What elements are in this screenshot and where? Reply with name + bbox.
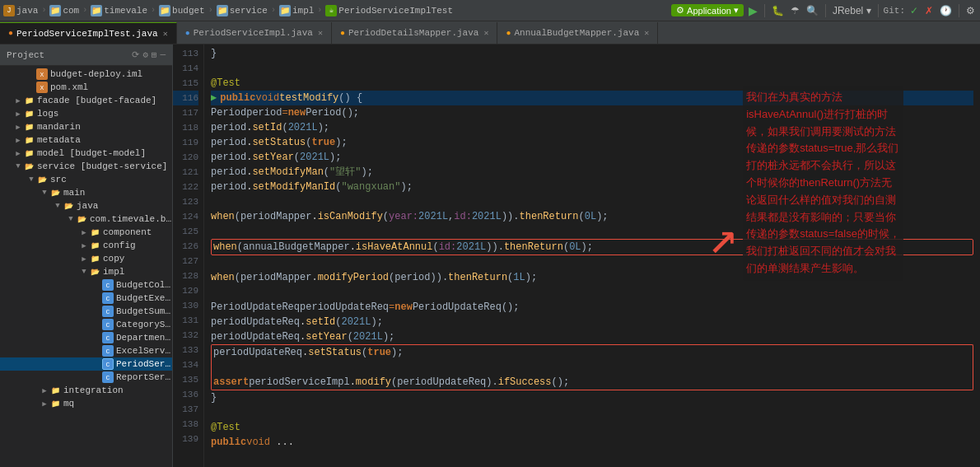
jrebel-button[interactable]: JRebel ▾ bbox=[831, 5, 873, 16]
tab-dot-2: ● bbox=[340, 29, 345, 38]
sidebar-item-java[interactable]: ▼ 📂 java bbox=[0, 199, 172, 212]
code-line bbox=[211, 285, 973, 300]
class-icon: C bbox=[102, 306, 114, 317]
git-x-button[interactable]: ✗ bbox=[923, 5, 935, 16]
line-number: 117 bbox=[173, 105, 198, 120]
annotation-arrow-icon: ↗ bbox=[708, 86, 738, 281]
tab-period-details-mapper[interactable]: ● PeriodDetailsMapper.java ✕ bbox=[332, 22, 497, 44]
sidebar-item-mandarin[interactable]: ▶ 📁 mandarin bbox=[0, 120, 172, 133]
chevron-right-icon: ▶ bbox=[13, 96, 23, 105]
breadcrumb-java[interactable]: J java bbox=[3, 5, 38, 16]
debug-button[interactable]: 🐛 bbox=[770, 5, 786, 16]
folder-icon: 📁 bbox=[49, 385, 61, 396]
breadcrumb-budget[interactable]: 📁 budget bbox=[159, 5, 205, 16]
line-number: 132 bbox=[173, 328, 198, 343]
sidebar-item-period-service[interactable]: C PeriodServiceImpl bbox=[0, 357, 172, 371]
folder-open-icon: 📂 bbox=[36, 174, 48, 185]
sidebar: Project ⟳ ⚙ ⊞ — X budget-deploy.iml bbox=[0, 44, 173, 467]
tab-dot-3: ● bbox=[506, 29, 511, 38]
git-check-button[interactable]: ✓ bbox=[908, 5, 920, 16]
sidebar-item-logs[interactable]: ▶ 📁 logs bbox=[0, 107, 172, 120]
tab-annual-budget-mapper[interactable]: ● AnnualBudgetMapper.java ✕ bbox=[497, 22, 658, 44]
chevron-right-icon: ▶ bbox=[13, 136, 23, 145]
breadcrumb-impl[interactable]: 📁 impl bbox=[279, 5, 314, 16]
tab-close-1[interactable]: ✕ bbox=[318, 28, 323, 38]
sidebar-item-budget-collect[interactable]: C BudgetCollectServic... bbox=[0, 278, 172, 292]
search-button[interactable]: 🔍 bbox=[805, 5, 820, 16]
folder-icon: 📁 bbox=[159, 5, 170, 16]
tab-close-3[interactable]: ✕ bbox=[644, 28, 649, 38]
app-icon: ⚙ bbox=[676, 5, 684, 16]
sidebar-item-service[interactable]: ▼ 📂 service [budget-service] bbox=[0, 160, 172, 173]
sidebar-item-copy[interactable]: ▶ 📁 copy bbox=[0, 252, 172, 265]
sidebar-item-facade[interactable]: ▶ 📁 facade [budget-facade] bbox=[0, 94, 172, 107]
folder-open-icon: 📂 bbox=[23, 161, 35, 172]
tab-close-0[interactable]: ✕ bbox=[163, 29, 168, 39]
tab-period-service-impl[interactable]: ● PeriodServiceImpl.java ✕ bbox=[177, 22, 332, 44]
code-line bbox=[211, 61, 973, 76]
settings-button[interactable]: ⚙ bbox=[964, 5, 977, 16]
sidebar-item-report[interactable]: C ReportServiceImpl bbox=[0, 371, 172, 384]
sidebar-item-budget-deploy[interactable]: X budget-deploy.iml bbox=[0, 68, 172, 81]
chevron-right-icon: ▶ bbox=[79, 255, 89, 264]
sidebar-item-pom[interactable]: X pom.xml bbox=[0, 81, 172, 94]
separator3 bbox=[878, 4, 879, 17]
gear-icon[interactable]: ⚙ bbox=[142, 49, 148, 60]
folder-icon: 📁 bbox=[23, 121, 35, 133]
line-number: 115 bbox=[173, 76, 198, 91]
separator4 bbox=[959, 4, 959, 17]
clock-button[interactable]: 🕐 bbox=[938, 5, 954, 16]
application-button[interactable]: ⚙ Application ▾ bbox=[671, 4, 744, 16]
sidebar-item-budget-execution[interactable]: C BudgetExecutionSer... bbox=[0, 292, 172, 305]
sidebar-item-com-timevale[interactable]: ▼ 📂 com.timevale.budget.servi... bbox=[0, 212, 172, 226]
sidebar-item-src[interactable]: ▼ 📂 src bbox=[0, 173, 172, 186]
breadcrumb-com[interactable]: 📁 com bbox=[49, 5, 79, 16]
sidebar-item-budget-summary[interactable]: C BudgetSummarySer... bbox=[0, 305, 172, 318]
folder-icon: 📁 bbox=[23, 108, 35, 119]
pom-xml-icon: X bbox=[36, 82, 48, 93]
chevron-down-icon: ▼ bbox=[13, 162, 23, 170]
line-number: 125 bbox=[173, 224, 198, 239]
sidebar-item-impl[interactable]: ▼ 📂 impl bbox=[0, 265, 172, 278]
settings-icon[interactable]: ⊞ bbox=[152, 49, 157, 60]
sidebar-item-component[interactable]: ▶ 📁 component bbox=[0, 226, 172, 239]
sidebar-item-integration[interactable]: ▶ 📁 integration bbox=[0, 384, 172, 397]
sidebar-item-excel[interactable]: C ExcelServiceImpl bbox=[0, 344, 172, 357]
code-area: 1131141151161171181191201211221231241251… bbox=[173, 44, 980, 467]
sidebar-item-mq[interactable]: ▶ 📁 mq bbox=[0, 397, 172, 410]
folder-icon: 📁 bbox=[217, 5, 228, 16]
code-content[interactable]: } @Test▶ public void testModify() { Peri… bbox=[204, 44, 980, 467]
breadcrumb-file[interactable]: ☕ PeriodServiceImplTest bbox=[325, 5, 453, 16]
sidebar-item-main[interactable]: ▼ 📂 main bbox=[0, 186, 172, 199]
sidebar-item-config[interactable]: ▶ 📁 config bbox=[0, 239, 172, 252]
sidebar-tree: X budget-deploy.iml X pom.xml ▶ 📁 facade… bbox=[0, 66, 172, 412]
line-number: 122 bbox=[173, 180, 198, 194]
debug-arrow-icon: ▶ bbox=[211, 91, 217, 105]
sidebar-item-category[interactable]: C CategoryServiceImpl... bbox=[0, 318, 172, 331]
code-line: periodUpdateReq.setId(2021L); bbox=[211, 315, 973, 329]
folder-icon: 📁 bbox=[49, 5, 61, 16]
annotation-text: 我们在为真实的方法isHaveAtAnnul()进行打桩的时候，如果我们调用要测… bbox=[743, 86, 903, 281]
sidebar-item-model[interactable]: ▶ 📁 model [budget-model] bbox=[0, 147, 172, 160]
sidebar-item-department[interactable]: C DepartmentServiceIm... bbox=[0, 331, 172, 344]
line-number: 134 bbox=[173, 357, 198, 372]
line-number: 138 bbox=[173, 417, 198, 432]
breadcrumb-timevale[interactable]: 📁 timevale bbox=[91, 5, 147, 16]
coverage-button[interactable]: ☂ bbox=[789, 5, 801, 16]
chevron-right-icon: ▶ bbox=[79, 228, 89, 237]
sync-icon[interactable]: ⟳ bbox=[132, 49, 139, 60]
folder-icon: 📁 bbox=[89, 253, 100, 264]
tab-close-2[interactable]: ✕ bbox=[483, 28, 488, 38]
chevron-right-icon: ▶ bbox=[13, 149, 23, 158]
line-number: 114 bbox=[173, 61, 198, 76]
line-number: 127 bbox=[173, 254, 198, 269]
sidebar-item-metadata[interactable]: ▶ 📁 metadata bbox=[0, 133, 172, 147]
close-sidebar-icon[interactable]: — bbox=[160, 49, 166, 60]
tab-period-service-impl-test[interactable]: ● PeriodServiceImplTest.java ✕ bbox=[0, 22, 177, 44]
line-number: 121 bbox=[173, 165, 198, 180]
folder-open-icon: 📂 bbox=[76, 213, 87, 225]
breadcrumb-service[interactable]: 📁 service bbox=[217, 5, 268, 16]
run-button[interactable]: ▶ bbox=[747, 4, 759, 17]
top-toolbar: J java › 📁 com › 📁 timevale › 📁 budget ›… bbox=[0, 0, 980, 21]
folder-icon: 📁 bbox=[23, 95, 35, 106]
